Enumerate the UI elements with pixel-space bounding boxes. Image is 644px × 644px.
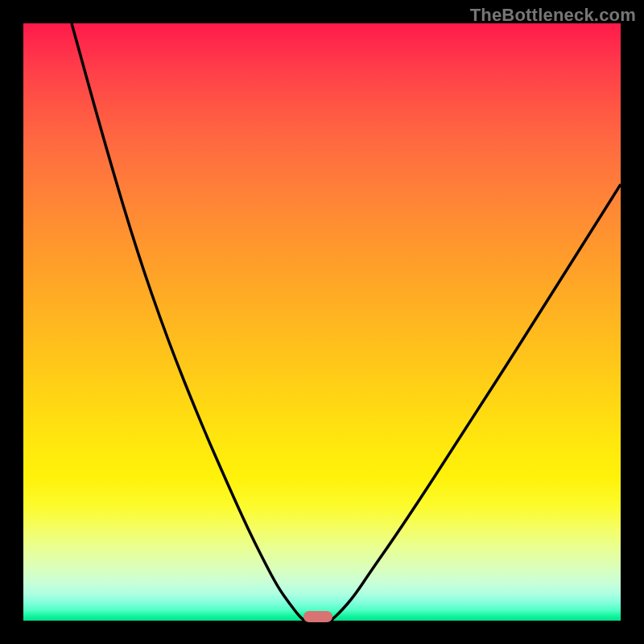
curve-right-branch	[331, 184, 621, 621]
curve-left-branch	[72, 23, 305, 621]
watermark-text: TheBottleneck.com	[470, 5, 636, 26]
bottleneck-curve	[23, 23, 621, 621]
minimum-marker	[303, 611, 332, 622]
